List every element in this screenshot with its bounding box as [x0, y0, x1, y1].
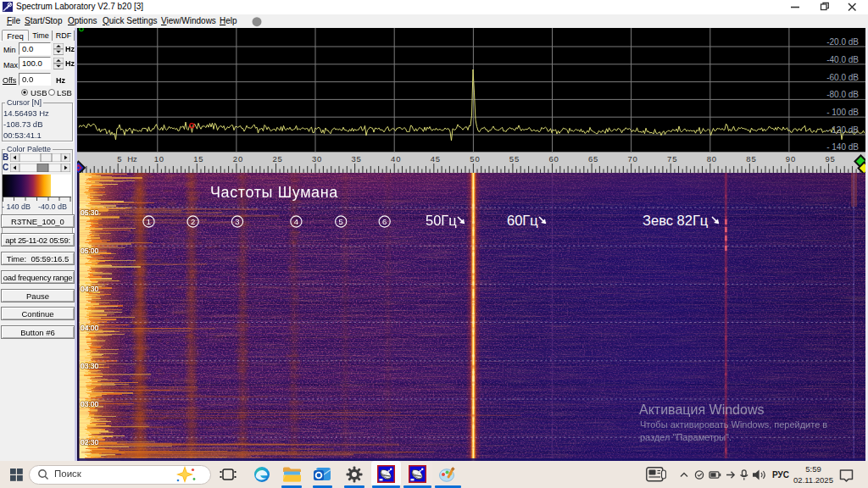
svg-text:85: 85	[746, 154, 756, 164]
svg-text:5: 5	[339, 217, 343, 226]
svg-text:02:30: 02:30	[81, 438, 99, 446]
svg-text:05:00: 05:00	[81, 247, 99, 255]
svg-text:50Гц: 50Гц	[426, 213, 457, 228]
svg-text:04:30: 04:30	[81, 285, 99, 293]
svg-text:Hz: Hz	[127, 154, 137, 164]
svg-text:Зевс 82Гц: Зевс 82Гц	[643, 213, 709, 228]
svg-text:35: 35	[352, 154, 362, 164]
svg-text:04:00: 04:00	[81, 324, 99, 332]
svg-text:1: 1	[147, 217, 151, 226]
svg-text:Частоты Шумана: Частоты Шумана	[210, 184, 338, 201]
svg-text:-20.0 dB: -20.0 dB	[826, 37, 859, 47]
svg-text:- 100 dB: - 100 dB	[826, 108, 859, 117]
svg-text:60: 60	[548, 154, 559, 164]
svg-text:-80.0 dB: -80.0 dB	[826, 90, 859, 99]
svg-text:95: 95	[825, 154, 835, 164]
svg-text:раздел "Параметры".: раздел "Параметры".	[640, 432, 732, 442]
svg-text:55: 55	[509, 154, 520, 164]
svg-text:- 140 dB: - 140 dB	[826, 142, 859, 152]
svg-text:- 120 dB: - 120 dB	[826, 125, 859, 135]
svg-text:50: 50	[470, 154, 480, 164]
svg-text:90: 90	[786, 154, 796, 164]
svg-text:65: 65	[588, 154, 598, 164]
svg-text:6: 6	[382, 217, 387, 226]
svg-text:60Гц: 60Гц	[507, 213, 538, 228]
svg-text:-40.0 dB: -40.0 dB	[826, 55, 859, 64]
svg-text:-60.0 dB: -60.0 dB	[826, 73, 859, 82]
svg-text:25: 25	[272, 154, 282, 164]
svg-text:75: 75	[667, 154, 677, 164]
svg-text:20: 20	[233, 154, 243, 164]
svg-text:4: 4	[294, 217, 298, 226]
svg-text:45: 45	[431, 154, 441, 164]
svg-text:30: 30	[312, 154, 322, 164]
svg-text:3: 3	[235, 217, 239, 226]
svg-text:15: 15	[193, 154, 203, 164]
svg-text:03:30: 03:30	[81, 362, 99, 370]
svg-text:Чтобы активировать Windows, пе: Чтобы активировать Windows, перейдите в	[640, 419, 827, 430]
svg-text:70: 70	[628, 154, 638, 164]
svg-text:03:00: 03:00	[81, 400, 99, 408]
svg-text:80: 80	[707, 154, 717, 164]
svg-text:05:30: 05:30	[81, 208, 99, 217]
svg-text:Активация Windows: Активация Windows	[639, 402, 764, 417]
svg-text:40: 40	[391, 154, 401, 164]
svg-text:10: 10	[154, 154, 164, 164]
svg-text:5: 5	[117, 154, 122, 164]
svg-text:2: 2	[191, 217, 195, 226]
